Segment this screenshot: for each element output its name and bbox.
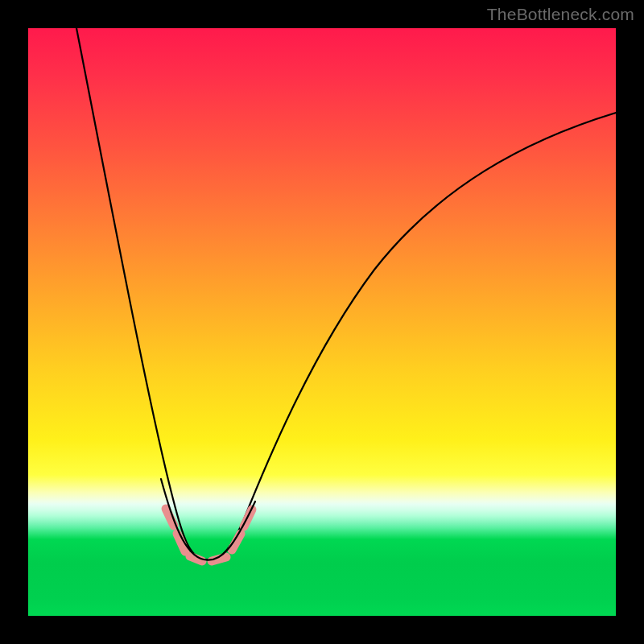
trough-markers [166,509,252,561]
curve-layer [28,28,616,616]
bottleneck-plot [28,28,616,616]
watermark-text: TheBottleneck.com [487,5,634,24]
image-frame: TheBottleneck.com [0,0,644,644]
bottleneck-curve [76,28,616,560]
